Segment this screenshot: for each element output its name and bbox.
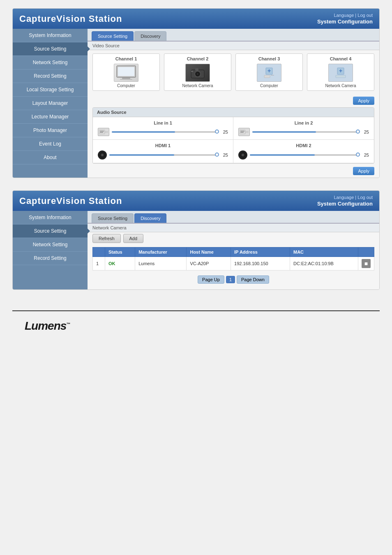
- svg-rect-16: [336, 75, 346, 78]
- plus-icon-svg-2: +: [335, 67, 346, 79]
- row-mac: DC:E2:AC:01:10:9B: [290, 257, 358, 271]
- table-header-row: Status Manufacturer Host Name IP Address…: [93, 247, 374, 257]
- svg-rect-18: [100, 131, 104, 132]
- hdmi2-icon: [238, 150, 247, 160]
- panel-1-title: CaptureVision Station: [19, 14, 122, 24]
- channel-4-icon: +: [328, 64, 353, 82]
- sidebar-item-record-setting-2[interactable]: Record Setting: [13, 252, 88, 265]
- tab-source-setting-1[interactable]: Source Setting: [92, 31, 134, 41]
- system-config-label-2: System Configuration: [317, 201, 373, 207]
- col-ip-header: IP Address: [231, 247, 290, 257]
- channel-card-4: Channel 4 + Network Camera: [307, 53, 374, 91]
- sidebar-item-system-information-1[interactable]: System Information: [13, 29, 88, 42]
- audio-item-hdmi1: HDMI 1: [93, 140, 233, 163]
- panel-1-header: CaptureVision Station Language | Log out…: [13, 9, 379, 29]
- tab-discovery-2[interactable]: Discovery: [134, 213, 166, 223]
- panel-1: CaptureVision Station Language | Log out…: [12, 8, 380, 178]
- sidebar-item-event-log-1[interactable]: Event Log: [13, 137, 88, 151]
- sidebar-item-about-1[interactable]: About: [13, 151, 88, 164]
- sidebar-item-system-information-2[interactable]: System Information: [13, 211, 88, 224]
- add-button[interactable]: Add: [123, 234, 144, 243]
- line2-title: Line in 2: [238, 120, 369, 125]
- discovery-table-wrapper: Status Manufacturer Host Name IP Address…: [88, 247, 379, 289]
- hdmi2-value: 25: [361, 153, 369, 157]
- channel-1-icon: [114, 64, 138, 82]
- tab-discovery-1[interactable]: Discovery: [134, 31, 166, 41]
- channel-2-label: Network Camera: [167, 83, 228, 88]
- panel-2-header-right: Language | Log out System Configuration: [317, 195, 373, 207]
- channel-1-title: Channel 1: [95, 56, 157, 61]
- channel-3-title: Channel 3: [238, 56, 300, 61]
- sidebar-item-network-setting-1[interactable]: Network Setting: [13, 56, 88, 69]
- col-hostname-header: Host Name: [187, 247, 231, 257]
- hdmi1-icon: [98, 150, 107, 160]
- line1-audio-icon: [98, 128, 109, 136]
- page-number: 1: [226, 276, 235, 283]
- refresh-button[interactable]: Refresh: [92, 234, 121, 243]
- sidebar-item-layout-manager-1[interactable]: Layout Manager: [13, 97, 88, 110]
- delete-row-button[interactable]: ■: [362, 259, 371, 268]
- channel-2-title: Channel 2: [167, 56, 228, 61]
- sidebar-item-local-storage-setting-1[interactable]: Local Storage Setting: [13, 83, 88, 97]
- svg-rect-3: [120, 79, 132, 80]
- panel-1-sidebar: System Information Source Setting Networ…: [13, 29, 88, 178]
- line2-control: 25: [238, 128, 369, 136]
- col-mac-header: MAC: [290, 247, 358, 257]
- header-links-1[interactable]: Language | Log out: [317, 13, 373, 18]
- svg-rect-19: [100, 132, 103, 133]
- audio-item-line1: Line in 1: [93, 117, 233, 140]
- panel-1-body: System Information Source Setting Networ…: [13, 29, 379, 178]
- sub-tab-video-source: Video Source: [88, 42, 379, 50]
- table-row: 1 OK Lumens VC-A20P 192.168.100.150 DC:E…: [93, 257, 374, 271]
- lumens-tm: ™: [66, 322, 70, 326]
- sidebar-item-source-setting-1[interactable]: Source Setting: [13, 42, 88, 56]
- channel-1-label: Computer: [95, 83, 157, 88]
- apply-button-2[interactable]: Apply: [353, 167, 374, 175]
- pagination: Page Up 1 Page Down: [92, 273, 374, 286]
- camera-icon-svg-1: [190, 67, 205, 79]
- svg-point-30: [242, 154, 244, 156]
- page-down-button[interactable]: Page Down: [237, 275, 269, 284]
- svg-point-27: [101, 154, 103, 156]
- channel-3-icon: +: [257, 64, 281, 82]
- svg-rect-22: [240, 131, 244, 132]
- line1-slider[interactable]: [112, 131, 217, 133]
- panel-2-body: System Information Source Setting Networ…: [13, 211, 379, 289]
- audio-grid: Line in 1: [93, 117, 374, 163]
- hdmi1-control: 25: [98, 150, 228, 160]
- panel-1-main: Source Setting Discovery Video Source Ch…: [88, 29, 379, 178]
- tab-source-setting-2[interactable]: Source Setting: [92, 213, 134, 223]
- line1-title: Line in 1: [98, 120, 228, 125]
- svg-text:+: +: [339, 67, 342, 74]
- hdmi-icon-svg-1: [99, 152, 106, 158]
- line1-control: 25: [98, 128, 228, 136]
- sidebar-item-photo-manager-1[interactable]: Photo Manager: [13, 124, 88, 137]
- panel-2-header: CaptureVision Station Language | Log out…: [13, 191, 379, 211]
- svg-rect-9: [191, 71, 193, 72]
- apply-button-1[interactable]: Apply: [353, 97, 374, 105]
- audio-item-line2: Line in 2: [233, 117, 374, 140]
- line-in-icon-svg-2: [240, 129, 249, 135]
- panel-2: CaptureVision Station Language | Log out…: [12, 190, 380, 290]
- hdmi2-slider[interactable]: [250, 154, 358, 156]
- svg-rect-23: [240, 132, 244, 133]
- sidebar-item-source-setting-2[interactable]: Source Setting: [13, 224, 88, 238]
- line2-audio-icon: [238, 128, 250, 136]
- row-manufacturer: Lumens: [135, 257, 187, 271]
- computer-icon-svg-1: [116, 65, 136, 81]
- col-num-header: [93, 247, 105, 257]
- sidebar-item-record-setting-1[interactable]: Record Setting: [13, 69, 88, 83]
- line2-slider[interactable]: [252, 131, 358, 133]
- channel-card-1: Channel 1 Computer: [92, 53, 160, 91]
- channel-4-label: Network Camera: [310, 83, 371, 88]
- row-ip: 192.168.100.150: [231, 257, 290, 271]
- channel-card-2: Channel 2 Network Camera: [164, 53, 231, 91]
- sidebar-item-network-setting-2[interactable]: Network Setting: [13, 238, 88, 252]
- header-links-2[interactable]: Language | Log out: [317, 195, 373, 200]
- sidebar-item-lecture-manager-1[interactable]: Lecture Manager: [13, 110, 88, 124]
- hdmi1-slider[interactable]: [109, 154, 217, 156]
- hdmi2-title: HDMI 2: [238, 143, 369, 148]
- channel-2-icon: [185, 64, 210, 82]
- lumens-logo-text: Lumens: [25, 319, 66, 332]
- page-up-button[interactable]: Page Up: [198, 275, 224, 284]
